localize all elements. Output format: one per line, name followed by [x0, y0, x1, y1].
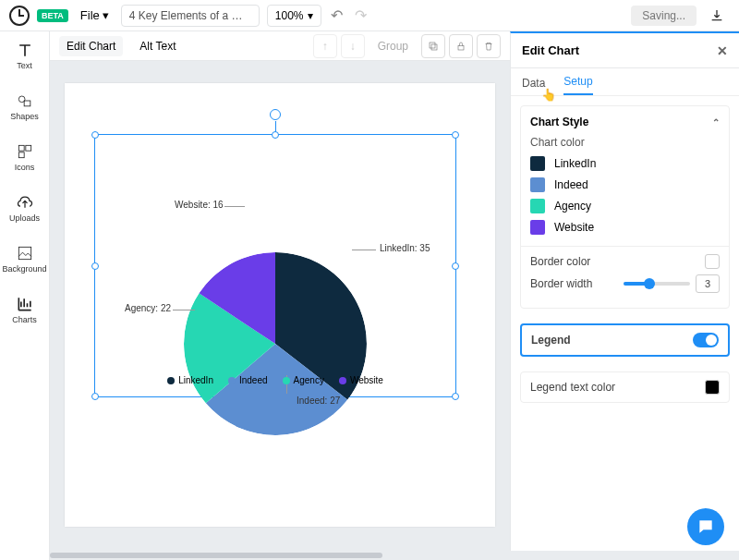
series-color-agency[interactable]: Agency [530, 197, 720, 215]
topbar: BETA File ▾ 4 Key Elements of a Micr... … [0, 0, 739, 31]
tool-text[interactable]: Text [3, 41, 47, 78]
text-icon [16, 41, 34, 59]
download-button[interactable] [704, 3, 730, 29]
chevron-up-icon[interactable]: ⌃ [712, 117, 720, 128]
resize-handle[interactable] [91, 262, 99, 270]
chart-legend: LinkedIn Indeed Agency Website [95, 375, 455, 385]
app-logo [9, 6, 30, 26]
group-button[interactable]: Group [374, 40, 412, 53]
edit-chart-panel: Edit Chart ✕ Data Setup Chart Style ⌃ Ch… [510, 31, 739, 560]
series-color-linkedin[interactable]: LinkedIn [530, 154, 720, 173]
data-label-linkedin: LinkedIn: 35 [380, 243, 430, 253]
series-color-indeed[interactable]: Indeed [530, 176, 720, 194]
lock-icon [455, 41, 466, 52]
undo-button[interactable]: ↶ [329, 7, 345, 24]
data-label-website: Website: 16 [175, 200, 224, 210]
edit-chart-tab[interactable]: Edit Chart [59, 36, 123, 56]
file-menu-label: File [80, 8, 100, 22]
border-color-label: Border color [530, 255, 590, 268]
tool-shapes[interactable]: Shapes [3, 91, 47, 128]
svg-rect-4 [18, 152, 24, 158]
legend-toggle[interactable] [693, 333, 719, 347]
download-icon [709, 8, 724, 23]
svg-rect-2 [18, 145, 24, 151]
legend-text-color-section: Legend text color [520, 371, 730, 403]
file-menu[interactable]: File ▾ [76, 6, 114, 25]
cursor-icon: 👆 [541, 88, 556, 102]
zoom-select[interactable]: 100% ▾ [267, 5, 321, 27]
legend-item: Website [339, 375, 383, 385]
horizontal-scrollbar[interactable] [50, 551, 739, 560]
zoom-value: 100% [275, 9, 304, 22]
chart-color-label: Chart color [530, 136, 720, 149]
close-panel-button[interactable]: ✕ [717, 43, 728, 58]
send-backward-button[interactable]: ↓ [341, 34, 365, 58]
resize-handle[interactable] [91, 393, 99, 400]
resize-handle[interactable] [452, 393, 459, 400]
data-label-agency: Agency: 22 [125, 303, 171, 313]
data-label-indeed: Indeed: 27 [297, 396, 340, 406]
legend-text-color-swatch[interactable] [705, 380, 720, 395]
beta-badge: BETA [37, 9, 68, 22]
redo-button[interactable]: ↷ [353, 7, 370, 24]
document-name[interactable]: 4 Key Elements of a Micr... [121, 5, 260, 27]
border-color-swatch[interactable] [705, 254, 720, 269]
tab-setup[interactable]: Setup [563, 75, 592, 95]
page[interactable]: LinkedIn: 35 Indeed: 27 Agency: 22 Websi… [65, 83, 495, 527]
pie-chart[interactable] [184, 252, 367, 435]
tool-charts[interactable]: Charts [3, 295, 47, 332]
chevron-down-icon: ▾ [103, 8, 109, 22]
resize-handle[interactable] [452, 131, 459, 139]
upload-icon [16, 193, 34, 212]
saving-status: Saving... [631, 6, 697, 26]
delete-button[interactable] [477, 34, 501, 58]
svg-rect-6 [431, 44, 437, 50]
icons-icon [16, 142, 34, 161]
lock-button[interactable] [449, 34, 473, 58]
legend-text-color-label: Legend text color [530, 381, 615, 394]
tool-icons[interactable]: Icons [3, 142, 47, 179]
resize-handle[interactable] [452, 262, 459, 270]
chart-subtoolbar: Edit Chart Alt Text ↑ ↓ Group [50, 31, 510, 61]
legend-item: Agency [283, 375, 324, 385]
chart-style-section: Chart Style ⌃ Chart color LinkedIn Indee… [520, 105, 730, 309]
charts-icon [16, 295, 34, 313]
panel-title: Edit Chart [522, 43, 579, 57]
bring-forward-button[interactable]: ↑ [313, 34, 337, 58]
canvas[interactable]: LinkedIn: 35 Indeed: 27 Agency: 22 Websi… [50, 61, 510, 560]
copy-button[interactable] [421, 34, 445, 58]
background-icon [16, 244, 34, 262]
shapes-icon [16, 91, 34, 110]
border-width-label: Border width [530, 277, 592, 290]
tool-uploads[interactable]: Uploads [3, 193, 47, 230]
chat-icon [697, 517, 715, 536]
legend-label: Legend [531, 334, 571, 347]
svg-rect-1 [24, 101, 30, 106]
rotate-handle[interactable] [270, 109, 281, 120]
legend-item: Indeed [228, 375, 268, 385]
tool-background[interactable]: Background [3, 244, 47, 281]
svg-rect-3 [25, 145, 30, 151]
chevron-down-icon: ▾ [308, 9, 313, 22]
trash-icon [483, 41, 494, 52]
resize-handle[interactable] [272, 131, 279, 139]
svg-rect-7 [430, 43, 435, 48]
border-width-slider[interactable] [624, 282, 690, 286]
resize-handle[interactable] [91, 131, 99, 139]
selection-box[interactable]: LinkedIn: 35 Indeed: 27 Agency: 22 Websi… [94, 134, 456, 397]
series-color-website[interactable]: Website [530, 218, 720, 237]
svg-rect-8 [458, 45, 464, 50]
section-title: Chart Style [530, 116, 588, 128]
border-width-value[interactable]: 3 [696, 274, 720, 293]
legend-section: Legend [520, 323, 730, 357]
svg-rect-5 [18, 247, 30, 259]
left-toolbar: Text Shapes Icons Uploads Background Cha… [0, 31, 50, 560]
alt-text-tab[interactable]: Alt Text [132, 36, 183, 56]
chat-button[interactable] [687, 508, 724, 545]
copy-icon [428, 41, 439, 52]
legend-item: LinkedIn [167, 375, 213, 385]
